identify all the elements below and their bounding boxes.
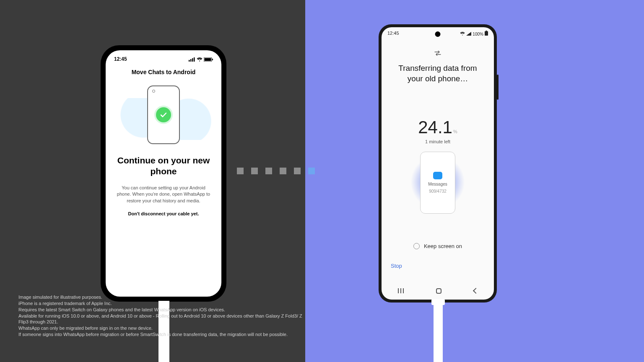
- progress-block: 24.1% 1 minute left: [382, 117, 494, 144]
- dot: [237, 168, 244, 174]
- disclaimer-line: WhatsApp can only be migrated before sig…: [18, 325, 305, 331]
- svg-rect-5: [205, 58, 211, 61]
- ios-heading: Continue on your new phone: [112, 155, 216, 177]
- ios-body-text: You can continue setting up your Android…: [112, 185, 216, 205]
- progress-unit: %: [453, 129, 457, 134]
- wifi-icon: [460, 32, 465, 36]
- progress-percent: 24.1: [418, 117, 452, 137]
- transfer-card-label: Messages: [428, 182, 447, 186]
- iphone-screen: 12:45 Move Chats to Android Continue on …: [106, 50, 221, 297]
- dot: [294, 168, 301, 174]
- transfer-card-count: 909/4732: [429, 189, 447, 194]
- camera-punch-hole: [435, 31, 441, 37]
- nav-home-icon[interactable]: [436, 288, 441, 294]
- checkmark-icon: [156, 107, 171, 122]
- right-panel: 12:45 100% Transferring data from your o…: [305, 0, 644, 362]
- stop-button[interactable]: Stop: [382, 255, 411, 277]
- illustration-phone: [147, 85, 180, 144]
- transfer-card: Messages 909/4732: [420, 152, 455, 214]
- battery-icon: [485, 31, 488, 36]
- ios-warning-text: Don't disconnect your cable yet.: [112, 211, 216, 216]
- left-panel: 12:45 Move Chats to Android Continue on …: [0, 0, 305, 362]
- svg-rect-1: [190, 59, 192, 62]
- transfer-card-area: Messages 909/4732: [382, 152, 494, 214]
- swap-icon: [382, 50, 494, 57]
- messages-icon: [433, 172, 442, 179]
- disclaimer-line: If someone signs into WhatsApp before mi…: [18, 331, 305, 338]
- svg-rect-6: [212, 59, 213, 60]
- android-title: Transferring data from your old phone…: [393, 63, 482, 84]
- dot: [251, 168, 258, 174]
- svg-rect-7: [485, 31, 488, 36]
- ios-status-bar: 12:45: [112, 56, 216, 65]
- ios-status-icons: [189, 56, 213, 62]
- disclaimer-line: Image simulated for illustrative purpose…: [18, 294, 305, 300]
- svg-rect-0: [189, 60, 190, 62]
- ios-screen-title: Move Chats to Android: [112, 69, 216, 75]
- transfer-dots: [237, 168, 315, 174]
- samsung-screen: 12:45 100% Transferring data from your o…: [382, 27, 494, 300]
- android-nav-bar: [382, 282, 494, 300]
- samsung-cable: [434, 302, 443, 362]
- dot: [265, 168, 272, 174]
- dot: [280, 168, 286, 174]
- android-status-right: 100%: [460, 31, 488, 36]
- battery-icon: [204, 57, 213, 62]
- progress-eta: 1 minute left: [382, 139, 494, 144]
- dot-active: [308, 168, 315, 174]
- svg-rect-3: [194, 57, 195, 62]
- iphone-frame: 12:45 Move Chats to Android Continue on …: [101, 45, 226, 302]
- nav-recents-icon[interactable]: [398, 288, 404, 293]
- cellular-icon: [466, 32, 471, 36]
- svg-rect-8: [486, 31, 487, 31]
- android-status-time: 12:45: [387, 31, 399, 36]
- wifi-icon: [197, 57, 203, 62]
- illustration: [112, 85, 216, 144]
- keep-screen-on-label: Keep screen on: [424, 243, 462, 249]
- disclaimer-line: Available for running iOS 10.0 or above,…: [18, 313, 305, 326]
- disclaimer-line: Requires the latest Smart Switch on Gala…: [18, 307, 305, 313]
- ios-status-time: 12:45: [114, 56, 127, 62]
- disclaimer-line: iPhone is a registered trademark of Appl…: [18, 300, 305, 307]
- keep-screen-on-radio[interactable]: [413, 243, 420, 249]
- svg-rect-2: [192, 58, 193, 62]
- keep-screen-on-row[interactable]: Keep screen on: [382, 243, 494, 249]
- battery-percent: 100%: [473, 32, 483, 36]
- samsung-frame: 12:45 100% Transferring data from your o…: [379, 24, 497, 303]
- nav-back-icon[interactable]: [473, 288, 478, 294]
- disclaimer-block: Image simulated for illustrative purpose…: [18, 294, 305, 338]
- cellular-icon: [189, 57, 195, 62]
